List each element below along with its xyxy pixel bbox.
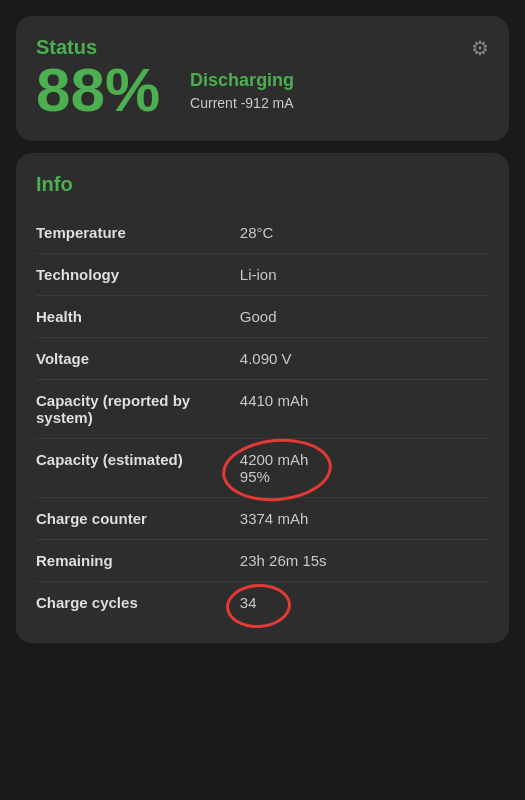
table-row: Charge counter3374 mAh bbox=[36, 498, 489, 540]
battery-percentage: 88% bbox=[36, 59, 160, 121]
row-label: Temperature bbox=[36, 212, 240, 254]
info-card: Info Temperature28°CTechnologyLi-ionHeal… bbox=[16, 153, 509, 643]
row-value: 4410 mAh bbox=[240, 380, 489, 439]
table-row: TechnologyLi-ion bbox=[36, 254, 489, 296]
table-row: Capacity (estimated)4200 mAh95% bbox=[36, 439, 489, 498]
circled-small-value: 34 bbox=[240, 594, 257, 611]
row-label: Technology bbox=[36, 254, 240, 296]
table-row: Voltage4.090 V bbox=[36, 338, 489, 380]
row-value: 4200 mAh95% bbox=[240, 439, 489, 498]
row-label: Charge counter bbox=[36, 498, 240, 540]
table-row: HealthGood bbox=[36, 296, 489, 338]
row-value: Good bbox=[240, 296, 489, 338]
row-value: 3374 mAh bbox=[240, 498, 489, 540]
table-row: Charge cycles34 bbox=[36, 582, 489, 624]
row-label: Health bbox=[36, 296, 240, 338]
status-content: 88% Discharging Current -912 mA bbox=[36, 59, 489, 121]
row-value: 4.090 V bbox=[240, 338, 489, 380]
circled-value: 4200 mAh95% bbox=[240, 451, 308, 485]
row-label: Charge cycles bbox=[36, 582, 240, 624]
table-row: Remaining23h 26m 15s bbox=[36, 540, 489, 582]
status-card: Status ⚙ 88% Discharging Current -912 mA bbox=[16, 16, 509, 141]
row-value: 23h 26m 15s bbox=[240, 540, 489, 582]
discharging-label: Discharging bbox=[190, 70, 294, 91]
row-label: Capacity (reported by system) bbox=[36, 380, 240, 439]
row-value: 34 bbox=[240, 582, 489, 624]
table-row: Capacity (reported by system)4410 mAh bbox=[36, 380, 489, 439]
row-label: Remaining bbox=[36, 540, 240, 582]
info-title: Info bbox=[36, 173, 489, 196]
row-label: Capacity (estimated) bbox=[36, 439, 240, 498]
table-row: Temperature28°C bbox=[36, 212, 489, 254]
row-value: 28°C bbox=[240, 212, 489, 254]
row-label: Voltage bbox=[36, 338, 240, 380]
current-label: Current -912 mA bbox=[190, 95, 294, 111]
info-table: Temperature28°CTechnologyLi-ionHealthGoo… bbox=[36, 212, 489, 623]
status-detail: Discharging Current -912 mA bbox=[190, 70, 294, 111]
row-value: Li-ion bbox=[240, 254, 489, 296]
gear-icon[interactable]: ⚙ bbox=[471, 36, 489, 60]
